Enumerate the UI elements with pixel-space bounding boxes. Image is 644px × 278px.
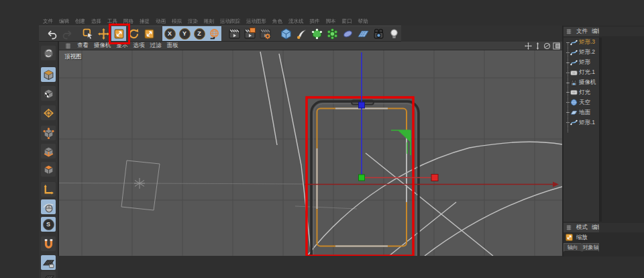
gizmo-z-axis-handle[interactable] <box>359 102 365 108</box>
mograph-button[interactable] <box>325 26 339 41</box>
om-menu-edit[interactable]: 编辑 <box>592 28 599 36</box>
menu-item[interactable]: 窗口 <box>342 18 352 26</box>
object-label: 矩形 <box>579 58 590 66</box>
subdivision-surface-button[interactable] <box>309 26 324 41</box>
menu-item[interactable]: 运动跟踪 <box>220 18 240 26</box>
object-item[interactable]: 地面 <box>564 107 599 118</box>
object-item[interactable]: 矩形 <box>564 58 599 68</box>
render-to-picture-viewer-button[interactable] <box>242 26 257 41</box>
magnet-icon <box>43 238 54 250</box>
enable-axis-button[interactable] <box>41 182 56 197</box>
area-light-object[interactable] <box>121 160 160 210</box>
render-view-button[interactable] <box>227 26 241 41</box>
object-item[interactable]: 矩形.2 <box>564 48 599 58</box>
menu-item[interactable]: 网格 <box>123 18 133 26</box>
redo-button[interactable] <box>60 26 74 41</box>
viewport-canvas[interactable] <box>59 50 562 256</box>
add-primitive-button[interactable] <box>278 26 293 41</box>
rotate-tool-button[interactable] <box>126 26 141 41</box>
camera-object-icon <box>570 79 578 87</box>
menu-item[interactable]: 选择 <box>91 18 101 26</box>
magnet-snap-button[interactable] <box>41 236 56 251</box>
faint-spline-inner <box>295 206 357 209</box>
menu-item[interactable]: 文件 <box>43 18 53 26</box>
panel-menu-grid-icon[interactable] <box>566 224 572 231</box>
menu-item[interactable]: 角色 <box>272 18 282 26</box>
spline-pen-button[interactable] <box>294 26 309 41</box>
menu-item[interactable]: 雕刻 <box>204 18 214 26</box>
undo-button[interactable] <box>44 26 59 41</box>
rotate-view-icon[interactable] <box>543 42 551 50</box>
gizmo-center-handle[interactable] <box>359 175 365 181</box>
pan-view-icon[interactable] <box>525 42 532 50</box>
menu-item[interactable]: 脚本 <box>326 18 336 26</box>
last-used-tool-button[interactable] <box>142 26 156 41</box>
green-corner-marker <box>391 130 411 155</box>
menu-item[interactable]: 编辑 <box>59 18 69 26</box>
align-workplane-button[interactable] <box>41 271 56 278</box>
workplane-mode-button[interactable] <box>41 105 56 120</box>
tab-axis[interactable]: 轴向 <box>564 243 582 252</box>
points-mode-button[interactable] <box>41 126 56 140</box>
toggle-view-icon[interactable] <box>553 42 560 50</box>
menu-item[interactable]: 运动图形 <box>246 18 266 26</box>
workplane-lock-icon <box>43 257 54 269</box>
lock-workplane-button[interactable] <box>41 255 56 270</box>
om-menu-file[interactable]: 文件 <box>576 28 588 36</box>
edges-mode-button[interactable] <box>41 144 56 158</box>
viewport-menu-display[interactable]: 显示 <box>117 42 128 50</box>
edges-cube-icon <box>43 146 54 157</box>
menu-item[interactable]: 流水线 <box>288 18 304 26</box>
am-menu-mode[interactable]: 模式 <box>576 224 588 232</box>
object-item[interactable]: 天空 <box>564 97 599 107</box>
lock-x-axis-button[interactable]: X <box>162 26 177 41</box>
texture-mode-button[interactable] <box>41 86 56 101</box>
object-item[interactable]: 灯光 <box>564 87 599 97</box>
menu-item[interactable]: 帮助 <box>358 18 368 26</box>
menu-item[interactable]: 动画 <box>156 18 166 26</box>
make-editable-button[interactable] <box>41 46 56 60</box>
polygons-mode-button[interactable] <box>41 162 56 177</box>
menu-item[interactable]: 插件 <box>310 18 320 26</box>
zoom-view-icon[interactable] <box>534 42 541 50</box>
object-list-scrollbar[interactable] <box>599 38 602 222</box>
lock-y-axis-button[interactable]: Y <box>177 26 192 41</box>
scale-tool-button[interactable] <box>111 26 126 41</box>
menu-item[interactable]: 模拟 <box>172 18 182 26</box>
viewport-solo-button[interactable] <box>41 199 56 214</box>
gizmo-x-axis-handle[interactable] <box>431 175 438 181</box>
live-selection-button[interactable] <box>80 26 95 41</box>
model-mode-button[interactable] <box>41 67 56 82</box>
menu-item[interactable]: 渲染 <box>188 18 198 26</box>
viewport-menu-view[interactable]: 查看 <box>77 42 89 50</box>
left-mode-palette: S <box>39 42 58 278</box>
deformer-button[interactable] <box>340 26 355 41</box>
polygons-cube-icon <box>43 164 54 175</box>
object-item[interactable]: 灯光.1 <box>564 68 599 78</box>
render-settings-button[interactable] <box>258 26 272 41</box>
menu-item[interactable]: 创建 <box>75 18 85 26</box>
object-item[interactable]: 摄像机 <box>564 78 599 88</box>
menu-item[interactable]: 工具 <box>107 18 117 26</box>
viewport-panel: 查看 摄像机 显示 选项 过滤 面板 顶视图 <box>59 42 562 256</box>
panel-menu-grid-icon[interactable] <box>566 28 572 35</box>
move-tool-button[interactable] <box>96 26 111 41</box>
spline-object-icon <box>570 39 578 46</box>
camera-button[interactable] <box>371 26 386 41</box>
viewport-menu-panel[interactable]: 面板 <box>167 42 178 50</box>
menu-item[interactable]: 捕捉 <box>140 18 150 26</box>
object-item[interactable]: 矩形.1 <box>564 118 599 128</box>
enable-snap-button[interactable]: S <box>41 217 56 232</box>
viewport-menu-cameras[interactable]: 摄像机 <box>94 42 111 50</box>
model-cube-icon <box>43 69 54 81</box>
environment-floor-button[interactable] <box>356 26 370 41</box>
tab-object-axis[interactable]: 对象轴 <box>582 243 599 252</box>
viewport-menu-options[interactable]: 选项 <box>133 42 145 50</box>
coordinate-system-button[interactable] <box>207 26 221 41</box>
object-item[interactable]: 矩形.3 <box>564 38 599 48</box>
viewport-menu-grid-icon[interactable] <box>64 42 72 50</box>
light-button[interactable] <box>386 26 401 41</box>
viewport-menu-filter[interactable]: 过滤 <box>150 42 162 50</box>
lock-z-axis-button[interactable]: Z <box>192 26 207 41</box>
am-menu-edit[interactable]: 编辑 <box>592 224 599 232</box>
